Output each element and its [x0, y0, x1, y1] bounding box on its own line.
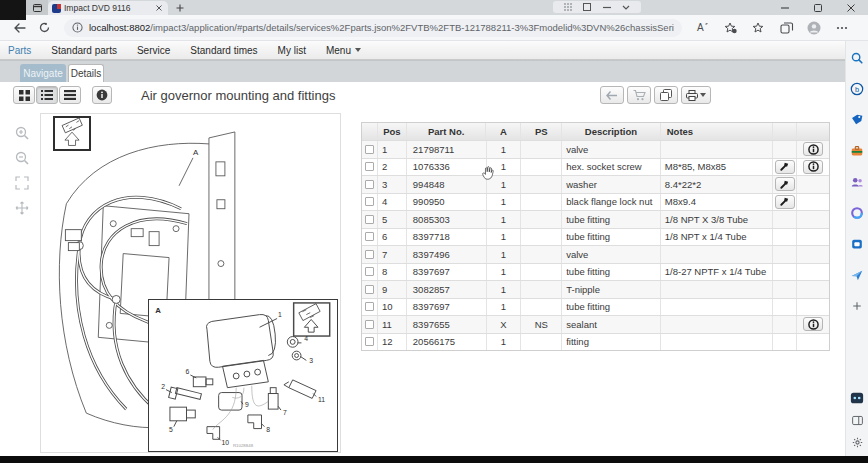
row-checkbox[interactable] [365, 197, 374, 206]
tab-details[interactable]: Details [68, 64, 104, 82]
bing-chat-icon[interactable]: b [849, 81, 865, 97]
nav-item-standard-times[interactable]: Standard times [180, 45, 267, 56]
cell-description: tube fitting [562, 264, 661, 281]
grid-view-button[interactable] [13, 86, 35, 104]
cell-part-no: 1076336 [407, 159, 487, 176]
diagram-panel[interactable]: A [40, 113, 341, 453]
people-icon[interactable] [849, 174, 865, 190]
tool-icon-button[interactable] [775, 160, 795, 174]
table-row[interactable]: 12205661751fitting [362, 333, 829, 351]
header-description: Description [562, 123, 661, 140]
table-row[interactable]: 580853031tube fitting1/8 NPT X 3/8 Tube [362, 210, 829, 228]
zoom-out-icon[interactable] [13, 149, 31, 167]
table-row[interactable]: 1083976971tube fitting [362, 298, 829, 316]
chevron-down-icon [355, 48, 361, 52]
info-icon-button[interactable] [803, 317, 823, 331]
row-checkbox[interactable] [365, 285, 374, 294]
url-field[interactable]: localhost:8802/impact3/application/#part… [64, 19, 682, 37]
cell-ps [521, 211, 562, 228]
back-arrow-button[interactable] [600, 86, 624, 104]
table-row[interactable]: 883976971tube fitting1/8-27 NPTF x 1/4 T… [362, 263, 829, 281]
table-row[interactable]: 783974961valve [362, 245, 829, 263]
table-row[interactable]: 49909501black flange lock nutM8x9.4 [362, 193, 829, 211]
tools-icon[interactable] [849, 143, 865, 159]
sidebar-toggle-icon[interactable] [849, 412, 865, 428]
table-row[interactable]: 118397655XNSsealant [362, 315, 829, 333]
zoom-in-icon[interactable] [13, 124, 31, 142]
minimize-button[interactable] [768, 0, 801, 15]
collections-icon[interactable] [772, 18, 800, 38]
refresh-button[interactable] [32, 18, 56, 38]
info-icon-button[interactable] [803, 142, 823, 156]
nav-item-service[interactable]: Service [127, 45, 180, 56]
print-button[interactable] [681, 86, 711, 104]
diagram-thumbnail[interactable] [53, 116, 91, 151]
row-checkbox[interactable] [365, 180, 374, 189]
drop-icon[interactable] [849, 267, 865, 283]
tool-icon-button[interactable] [775, 195, 795, 209]
restore-icon[interactable] [583, 3, 591, 11]
header-ps: PS [521, 123, 562, 140]
row-checkbox[interactable] [365, 162, 374, 171]
row-checkbox-cell [362, 159, 378, 176]
settings-icon[interactable] [849, 434, 865, 450]
close-button[interactable] [835, 0, 868, 15]
more-menu-icon[interactable] [828, 18, 856, 38]
nav-item-menu[interactable]: Menu [316, 45, 371, 56]
row-checkbox[interactable] [365, 250, 374, 259]
pan-icon[interactable] [13, 199, 31, 217]
row-checkbox-cell [362, 176, 378, 193]
info-button[interactable] [92, 86, 112, 104]
table-row[interactable]: 210763361hex. socket screwM8*85, M8x85 [362, 158, 829, 176]
microsoft-365-icon[interactable] [849, 236, 865, 252]
row-checkbox[interactable] [365, 215, 374, 224]
chevron-down-icon[interactable] [622, 5, 630, 10]
cell-tool [773, 246, 797, 263]
copy-button[interactable] [654, 86, 678, 104]
row-checkbox[interactable] [365, 320, 374, 329]
designer-icon[interactable] [849, 205, 865, 221]
nav-item-my-list[interactable]: My list [268, 45, 316, 56]
compact-view-button[interactable] [59, 86, 81, 104]
callout-number: 4 [304, 335, 308, 342]
share-toolbar[interactable] [553, 1, 641, 13]
exploded-view-inset[interactable]: A 1234567891011 R1028848 [148, 299, 338, 452]
add-icon[interactable] [849, 298, 865, 314]
table-row[interactable]: 39948481washer8.4*22*2 [362, 175, 829, 193]
browser-tab[interactable]: Impact DVD 9116 [48, 1, 168, 15]
copilot-icon[interactable] [849, 390, 865, 406]
table-row[interactable]: 930828571T-nipple [362, 280, 829, 298]
read-aloud-icon[interactable]: A [688, 18, 716, 38]
site-info-icon[interactable] [72, 22, 83, 33]
row-checkbox[interactable] [365, 302, 374, 311]
cell-pos: 10 [378, 299, 407, 316]
row-checkbox[interactable] [365, 267, 374, 276]
shopping-icon[interactable] [849, 112, 865, 128]
cell-part-no: 20566175 [407, 334, 487, 351]
row-checkbox[interactable] [365, 145, 374, 154]
row-checkbox-cell [362, 246, 378, 263]
info-icon-button[interactable] [803, 160, 823, 174]
table-row[interactable]: 683977181tube fitting1/8 NPT x 1/4 Tube [362, 228, 829, 246]
tab-close-icon[interactable] [154, 3, 164, 13]
minimize-bar-icon[interactable] [603, 6, 611, 9]
tab-navigate[interactable]: Navigate [20, 64, 66, 82]
nav-item-parts[interactable]: Parts [0, 45, 41, 56]
favorites-icon[interactable] [716, 18, 744, 38]
favorites-add-icon[interactable] [744, 18, 772, 38]
search-icon[interactable] [849, 50, 865, 66]
maximize-button[interactable] [801, 0, 834, 15]
cart-button[interactable] [627, 86, 651, 104]
table-row[interactable]: 1217987111valve [362, 140, 829, 158]
fit-view-icon[interactable] [13, 174, 31, 192]
row-checkbox[interactable] [365, 232, 374, 241]
new-tab-button[interactable] [173, 2, 187, 14]
tab-actions-button[interactable] [26, 0, 48, 15]
cell-description: fitting [562, 334, 661, 351]
list-view-button[interactable] [36, 86, 58, 104]
row-checkbox[interactable] [365, 337, 374, 346]
nav-item-standard-parts[interactable]: Standard parts [41, 45, 127, 56]
tool-icon-button[interactable] [775, 177, 795, 191]
profile-avatar[interactable] [800, 18, 828, 38]
back-button[interactable] [8, 18, 32, 38]
